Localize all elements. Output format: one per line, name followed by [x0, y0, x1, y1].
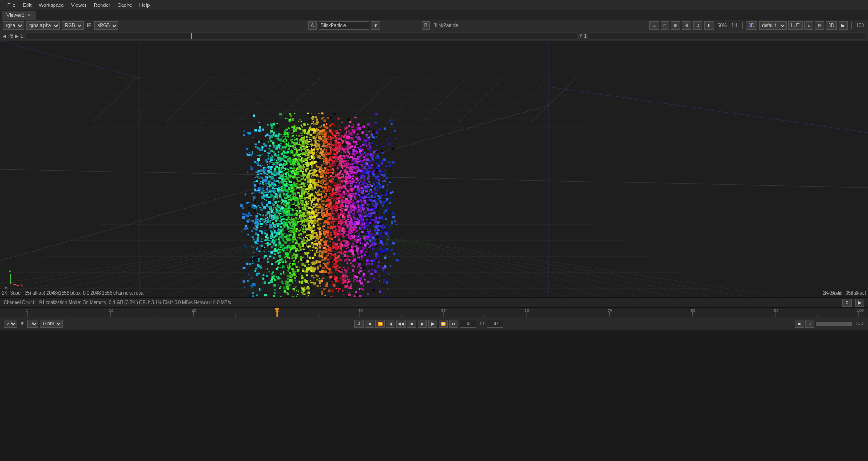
pause-btn[interactable]: ⏸: [704, 21, 714, 30]
ip-label: IP: [86, 23, 92, 28]
grid-btn[interactable]: ⊞: [815, 21, 824, 30]
stop-btn[interactable]: ■: [407, 320, 416, 328]
tf-select[interactable]: TF: [27, 320, 38, 328]
timeline-canvas[interactable]: [0, 308, 868, 317]
render-bar-fill: [816, 322, 852, 325]
viewer-tab[interactable]: Viewer1 ✕: [2, 11, 36, 20]
mesh-btn[interactable]: ∧: [804, 21, 813, 30]
toolbar2: ◀ f/8 ▶ 1 Y 1: [0, 31, 868, 41]
menu-render[interactable]: Render: [90, 1, 114, 9]
prev-frame-icon[interactable]: ◀: [3, 33, 6, 38]
tab-close-icon[interactable]: ✕: [27, 13, 31, 17]
menu-viewer[interactable]: Viewer: [68, 1, 90, 9]
timeline-ruler-inline[interactable]: [25, 32, 578, 40]
frame-right: 1: [21, 33, 23, 38]
audio-btn[interactable]: ♪: [805, 320, 814, 328]
tab-bar: Viewer1 ✕: [0, 10, 868, 20]
jump-end-btn[interactable]: ⏭: [449, 320, 458, 328]
menu-bar: File Edit Workspace Viewer Render Cache …: [0, 0, 868, 10]
viewer-bottom-right: 2K_Super_35(full-ap): [823, 290, 866, 295]
fps-label: ▼: [19, 321, 26, 326]
b-label: B: [422, 21, 430, 30]
b-value: BlinkParticle: [432, 23, 460, 28]
status-close-btn[interactable]: ✕: [842, 299, 852, 307]
maximize-btn[interactable]: □: [661, 21, 669, 30]
viewer-bottom-info: 2K_Super_35(full-ap) 2048x1556 bbox: 0 0…: [2, 290, 144, 295]
settings-btn[interactable]: ⚙: [682, 21, 691, 30]
menu-file[interactable]: File: [4, 1, 19, 9]
timeline-area: [0, 307, 868, 316]
jump-start-btn[interactable]: ⏮: [365, 320, 374, 328]
a-label: A: [308, 21, 317, 30]
frame-step-label: 10: [477, 321, 485, 326]
gamma-select[interactable]: sRGB: [94, 21, 118, 30]
play-reverse-btn[interactable]: ◀◀: [396, 320, 406, 328]
channel-select[interactable]: rgba: [3, 21, 24, 30]
fps-select[interactable]: 24: [4, 320, 17, 328]
next-frame-btn[interactable]: ▶: [428, 320, 437, 328]
menu-help[interactable]: Help: [136, 1, 154, 9]
menu-cache[interactable]: Cache: [114, 1, 136, 9]
play-btn[interactable]: ▶: [418, 320, 427, 328]
playback-controls: 24 ▼ TF Global ↺ ⏮ ⏪ ◀ ◀◀ ■ ▶ ▶ ⏩ ⏭ 10 ■…: [0, 316, 868, 330]
fullscreen-btn[interactable]: ⊞: [671, 21, 680, 30]
reset-btn[interactable]: ↺: [693, 21, 702, 30]
viewer-area: Y X 2K_Super_35(full-ap) 2048x1556 bbox:…: [0, 41, 868, 297]
zoom-label: 50%: [716, 23, 728, 28]
status-text: Channel Count: 19 Localization Mode: On …: [4, 300, 231, 305]
expand-btn[interactable]: 3D: [826, 21, 837, 30]
end-frame-input[interactable]: [487, 320, 503, 328]
axis-y-label: Y: [9, 281, 12, 286]
playhead: [191, 33, 192, 39]
y-value: 1: [584, 33, 587, 38]
minimize-btn[interactable]: ▭: [649, 21, 659, 30]
lut-btn[interactable]: LUT: [788, 21, 803, 30]
render-pct: 100: [854, 321, 864, 326]
ratio-label: 1:1: [730, 23, 739, 28]
render-bar: [816, 322, 852, 326]
next-keyframe-btn[interactable]: ⏩: [439, 320, 448, 328]
toolbar1: rgba rgba.alpha RGB IP sRGB A ▼ B BlinkP…: [0, 20, 868, 31]
render-progress-btn[interactable]: ■: [795, 320, 804, 328]
display-select[interactable]: default: [759, 21, 787, 30]
a-input[interactable]: [319, 21, 369, 30]
next-frame-icon[interactable]: ▶: [15, 33, 19, 38]
y-ruler[interactable]: [589, 32, 865, 40]
progress-label: 100: [855, 23, 865, 28]
y-label: Y: [579, 33, 583, 38]
a-dropdown-btn[interactable]: ▼: [371, 21, 381, 30]
frame-label: f/8: [8, 33, 13, 38]
alpha-select[interactable]: rgba.alpha: [26, 21, 60, 30]
prev-frame-btn[interactable]: ◀: [386, 320, 395, 328]
view3d-btn[interactable]: 3D: [746, 21, 757, 30]
status-bar: Channel Count: 19 Localization Mode: On …: [0, 297, 868, 307]
more-btn[interactable]: ▶: [839, 21, 848, 30]
menu-edit[interactable]: Edit: [19, 1, 35, 9]
loop-btn[interactable]: ↺: [354, 320, 364, 328]
colormode-select[interactable]: RGB: [62, 21, 84, 30]
status-expand-btn[interactable]: ▶: [855, 299, 864, 307]
particle-canvas[interactable]: [0, 41, 868, 297]
menu-workspace[interactable]: Workspace: [35, 1, 68, 9]
scope-select[interactable]: Global: [40, 320, 63, 328]
prev-keyframe-btn[interactable]: ⏪: [375, 320, 385, 328]
current-frame-input[interactable]: [460, 320, 476, 328]
